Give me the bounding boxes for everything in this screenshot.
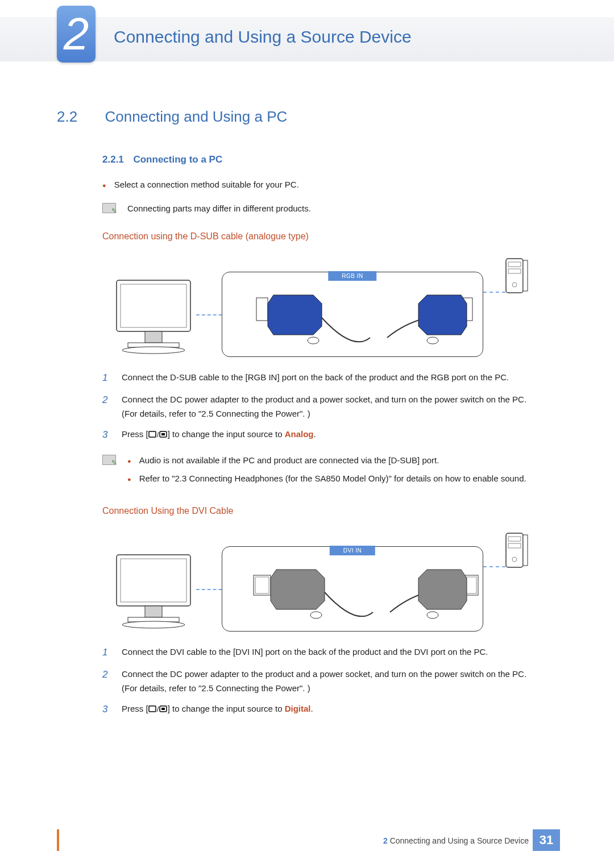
svg-rect-1: [121, 284, 186, 327]
svg-rect-20: [145, 606, 162, 617]
input-source-digital: Digital: [285, 704, 311, 713]
svg-text:/: /: [157, 705, 159, 713]
step-text: Connect the DVI cable to the [DVI IN] po…: [122, 645, 560, 661]
bullet-icon: ●: [102, 181, 106, 191]
dvi-connector-box: DVI IN: [222, 546, 483, 632]
page-footer: 2 Connecting and Using a Source Device 3…: [0, 829, 614, 851]
svg-point-8: [427, 337, 438, 344]
chapter-title: Connecting and Using a Source Device: [114, 27, 412, 47]
monitor-illustration: [114, 277, 202, 354]
svg-rect-19: [121, 559, 186, 602]
section-title: Connecting and Using a PC: [105, 108, 287, 126]
source-button-icon: /: [148, 430, 168, 439]
step-number: 3: [102, 701, 111, 718]
dsub-step-3: 3 Press [/] to change the input source t…: [102, 427, 560, 443]
subsection-number: 2.2.1: [102, 154, 131, 165]
dsub-heading: Connection using the D-SUB cable (analog…: [102, 231, 560, 242]
chapter-number-badge: 2: [57, 6, 96, 63]
intro-bullet: ● Select a connection method suitable fo…: [102, 178, 560, 192]
note-text: Audio is not available if the PC and pro…: [139, 454, 439, 467]
step-number: 2: [102, 392, 111, 421]
dvi-port-label: DVI IN: [330, 546, 375, 555]
svg-rect-14: [149, 431, 156, 437]
dvi-figure: DVI IN: [102, 532, 534, 634]
step-number: 3: [102, 427, 111, 443]
svg-rect-5: [256, 298, 268, 321]
svg-rect-13: [523, 260, 528, 291]
dsub-port-label: RGB IN: [328, 271, 376, 281]
footer-accent-bar: [57, 829, 59, 851]
dvi-heading: Connection Using the DVI Cable: [102, 506, 560, 516]
dvi-step-1: 1 Connect the DVI cable to the [DVI IN] …: [102, 645, 560, 661]
input-source-analog: Analog: [285, 429, 314, 439]
dsub-connector-box: RGB IN: [222, 272, 483, 357]
subsection-title: Connecting to a PC: [133, 154, 222, 165]
svg-point-6: [308, 337, 319, 344]
note-icon: [102, 455, 116, 465]
svg-point-4: [122, 347, 185, 354]
svg-rect-37: [161, 708, 165, 710]
source-button-icon: /: [148, 704, 168, 713]
svg-rect-31: [508, 543, 521, 548]
svg-rect-33: [523, 535, 528, 566]
svg-point-25: [310, 612, 322, 618]
dvi-step-3: 3 Press [/] to change the input source t…: [102, 701, 560, 718]
dsub-step-1: 1 Connect the D-SUB cable to the [RGB IN…: [102, 370, 560, 387]
section-heading: 2.2 Connecting and Using a PC: [57, 108, 560, 126]
step-text: Connect the DC power adapter to the prod…: [122, 667, 560, 696]
svg-point-28: [427, 612, 438, 618]
svg-rect-11: [508, 269, 521, 273]
footer-chapter-number: 2: [383, 836, 388, 845]
pc-illustration: [505, 532, 529, 572]
dsub-step-2: 2 Connect the DC power adapter to the pr…: [102, 392, 560, 421]
svg-rect-30: [508, 537, 521, 541]
svg-rect-34: [149, 706, 156, 712]
svg-point-22: [122, 621, 185, 628]
intro-note: Connecting parts may differ in different…: [127, 202, 311, 215]
dvi-step-2: 2 Connect the DC power adapter to the pr…: [102, 667, 560, 696]
page-number: 31: [533, 829, 560, 851]
monitor-illustration: [114, 552, 202, 629]
step-number: 2: [102, 667, 111, 696]
dsub-figure: RGB IN: [102, 258, 534, 360]
step-number: 1: [102, 370, 111, 387]
pc-illustration: [505, 258, 529, 297]
step-text: Press [/] to change the input source to …: [122, 427, 560, 443]
note-icon: [102, 203, 116, 213]
footer-text: 2 Connecting and Using a Source Device: [383, 836, 529, 845]
step-number: 1: [102, 645, 111, 661]
step-text: Press [/] to change the input source to …: [122, 701, 560, 718]
bullet-icon: ●: [127, 456, 131, 467]
intro-bullet-text: Select a connection method suitable for …: [114, 178, 299, 192]
step-text: Connect the D-SUB cable to the [RGB IN] …: [122, 370, 560, 387]
dvi-cable-illustration: [222, 547, 484, 632]
bullet-icon: ●: [127, 475, 131, 485]
svg-point-12: [512, 283, 517, 287]
svg-point-32: [512, 557, 517, 562]
svg-rect-10: [508, 262, 521, 267]
svg-text:/: /: [157, 431, 159, 439]
section-number: 2.2: [57, 108, 102, 126]
step-text: Connect the DC power adapter to the prod…: [122, 392, 560, 421]
svg-rect-17: [161, 433, 165, 435]
dsub-cable-illustration: [222, 272, 484, 358]
svg-rect-2: [145, 331, 162, 343]
note-text: Refer to "2.3 Connecting Headphones (for…: [139, 472, 526, 485]
svg-rect-23: [254, 575, 271, 595]
footer-chapter-title: Connecting and Using a Source Device: [390, 836, 529, 845]
subsection-heading: 2.2.1 Connecting to a PC: [102, 154, 560, 165]
dsub-note-2: ● Refer to "2.3 Connecting Headphones (f…: [127, 472, 560, 485]
dsub-note-1: ● Audio is not available if the PC and p…: [127, 454, 560, 467]
